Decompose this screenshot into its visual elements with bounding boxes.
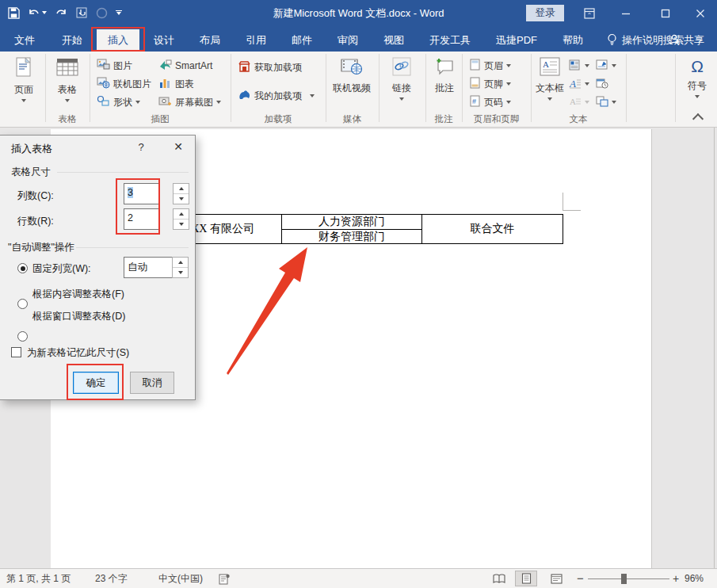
tab-mailings[interactable]: 邮件 bbox=[280, 29, 323, 52]
table-cell-hr[interactable]: 人力资源部门 bbox=[281, 214, 422, 230]
wordart-button[interactable]: A bbox=[569, 94, 589, 110]
minimize-icon[interactable] bbox=[608, 0, 643, 26]
get-addins-button[interactable]: 获取加载项 bbox=[238, 59, 302, 75]
footer-button[interactable]: 页脚 bbox=[469, 76, 511, 92]
autofit-window-label: 根据窗口调整表格(D) bbox=[32, 310, 125, 323]
remember-dimensions-checkbox[interactable] bbox=[11, 347, 21, 357]
columns-input[interactable]: 3 bbox=[124, 183, 159, 204]
tab-help[interactable]: 帮助 bbox=[551, 29, 594, 52]
page-indicator[interactable]: 第 1 页, 共 1 页 bbox=[6, 569, 71, 588]
tab-home[interactable]: 开始 bbox=[51, 29, 93, 52]
screenshot-button[interactable]: 屏幕截图 bbox=[158, 94, 221, 110]
pages-button[interactable]: 页面 bbox=[6, 56, 41, 102]
tab-pdf[interactable]: 迅捷PDF bbox=[485, 29, 548, 52]
chevron-down-icon bbox=[585, 101, 589, 104]
collapse-ribbon-icon[interactable] bbox=[694, 115, 702, 123]
spin-up-icon[interactable] bbox=[174, 184, 189, 193]
tab-references[interactable]: 引用 bbox=[235, 29, 277, 52]
shapes-button[interactable]: 形状 bbox=[97, 94, 140, 110]
page-icon bbox=[14, 56, 33, 81]
language-indicator[interactable]: 中文(中国) bbox=[158, 569, 203, 588]
columns-stepper[interactable] bbox=[173, 183, 189, 204]
tab-design[interactable]: 设计 bbox=[143, 29, 185, 52]
zoom-slider-thumb[interactable] bbox=[621, 574, 627, 584]
ok-button[interactable]: 确定 bbox=[73, 372, 119, 394]
chevron-down-icon bbox=[612, 101, 616, 104]
object-button[interactable] bbox=[596, 94, 616, 110]
group-divider bbox=[425, 54, 426, 122]
help-icon[interactable]: ? bbox=[133, 141, 149, 153]
fixed-width-input[interactable]: 自动 bbox=[124, 257, 173, 278]
picture-button[interactable]: 图片 bbox=[97, 58, 132, 74]
date-time-icon bbox=[596, 78, 608, 91]
link-icon bbox=[391, 56, 412, 79]
columns-label: 列数(C): bbox=[17, 189, 54, 203]
fixed-width-stepper[interactable] bbox=[172, 257, 189, 278]
cancel-button[interactable]: 取消 bbox=[130, 372, 174, 394]
textbox-button[interactable]: A 文本框 bbox=[534, 56, 566, 101]
scrollbar[interactable] bbox=[714, 128, 715, 568]
sign-in-button[interactable]: 登录 bbox=[526, 5, 564, 21]
fixed-width-radio[interactable] bbox=[17, 263, 28, 273]
chart-button[interactable]: 图表 bbox=[158, 76, 194, 92]
insert-table-dialog: 插入表格 ? ✕ 表格尺寸 列数(C): 3 行数(R): 2 "自动调整"操作… bbox=[0, 135, 196, 400]
table-cell-finance[interactable]: 财务管理部门 bbox=[281, 229, 422, 244]
tab-view[interactable]: 视图 bbox=[372, 29, 415, 52]
tab-review[interactable]: 审阅 bbox=[326, 29, 369, 52]
restore-icon[interactable] bbox=[648, 0, 683, 26]
chevron-down-icon bbox=[21, 99, 26, 102]
online-video-button[interactable]: 联机视频 bbox=[329, 56, 375, 95]
signature-icon bbox=[596, 59, 608, 73]
print-layout-icon[interactable] bbox=[515, 571, 537, 586]
ribbon-display-options-icon[interactable] bbox=[572, 0, 607, 26]
rows-stepper[interactable] bbox=[173, 208, 189, 230]
signature-line-button[interactable] bbox=[596, 58, 616, 74]
autofit-content-radio[interactable] bbox=[17, 299, 28, 309]
spin-up-icon[interactable] bbox=[173, 258, 188, 267]
tab-developer[interactable]: 开发工具 bbox=[418, 29, 482, 52]
status-bar: 第 1 页, 共 1 页 23 个字 中文(中国) − + 96% bbox=[0, 568, 717, 588]
drop-cap-button[interactable]: A bbox=[569, 76, 589, 92]
header-button[interactable]: 页眉 bbox=[469, 58, 511, 74]
read-mode-icon[interactable] bbox=[488, 571, 510, 586]
group-label-text: 文本 bbox=[531, 113, 626, 125]
quick-parts-button[interactable] bbox=[569, 58, 589, 74]
wordart-icon: A bbox=[569, 96, 582, 109]
spin-down-icon[interactable] bbox=[174, 193, 189, 204]
autofit-window-radio[interactable] bbox=[17, 331, 28, 342]
insert-table-button[interactable]: 表格 bbox=[50, 56, 85, 102]
zoom-level[interactable]: 96% bbox=[685, 569, 704, 588]
group-label-tables: 表格 bbox=[45, 113, 90, 125]
zoom-slider-track[interactable] bbox=[588, 578, 669, 579]
spin-down-icon[interactable] bbox=[173, 267, 188, 277]
autofit-content-label: 根据内容调整表格(F) bbox=[32, 288, 124, 301]
close-icon[interactable] bbox=[683, 0, 717, 26]
tab-layout[interactable]: 布局 bbox=[189, 29, 231, 52]
comment-button[interactable]: 批注 bbox=[428, 56, 461, 95]
symbol-button[interactable]: Ω 符号 bbox=[681, 56, 713, 98]
online-picture-button[interactable]: 联机图片 bbox=[97, 76, 151, 92]
close-icon[interactable]: ✕ bbox=[162, 136, 195, 158]
zoom-out-button[interactable]: − bbox=[577, 569, 584, 588]
share-button[interactable]: 共享 bbox=[669, 29, 704, 52]
margin-corner-mark bbox=[563, 210, 581, 211]
date-time-button[interactable] bbox=[596, 76, 608, 92]
document-table[interactable]: XXX 有限公司 人力资源部门 财务管理部门 联合文件 bbox=[155, 214, 563, 244]
tab-file[interactable]: 文件 bbox=[2, 29, 48, 52]
zoom-in-button[interactable]: + bbox=[673, 569, 679, 588]
web-layout-icon[interactable] bbox=[545, 571, 567, 586]
tab-insert[interactable]: 插入 bbox=[97, 29, 139, 52]
spin-down-icon[interactable] bbox=[174, 219, 189, 229]
table-cell-joint[interactable]: 联合文件 bbox=[421, 214, 563, 244]
spin-up-icon[interactable] bbox=[174, 209, 189, 219]
link-button[interactable]: 链接 bbox=[384, 56, 419, 101]
proofing-icon[interactable] bbox=[219, 573, 231, 587]
page-number-button[interactable]: # 页码 bbox=[469, 94, 511, 110]
my-addins-button[interactable]: 我的加载项 bbox=[238, 88, 315, 104]
autofit-section-label: "自动调整"操作 bbox=[8, 241, 74, 254]
group-divider bbox=[45, 54, 46, 122]
smartart-button[interactable]: SmartArt bbox=[158, 58, 212, 74]
word-count[interactable]: 23 个字 bbox=[95, 569, 128, 588]
chevron-down-icon bbox=[65, 99, 70, 102]
rows-input[interactable]: 2 bbox=[124, 208, 159, 230]
